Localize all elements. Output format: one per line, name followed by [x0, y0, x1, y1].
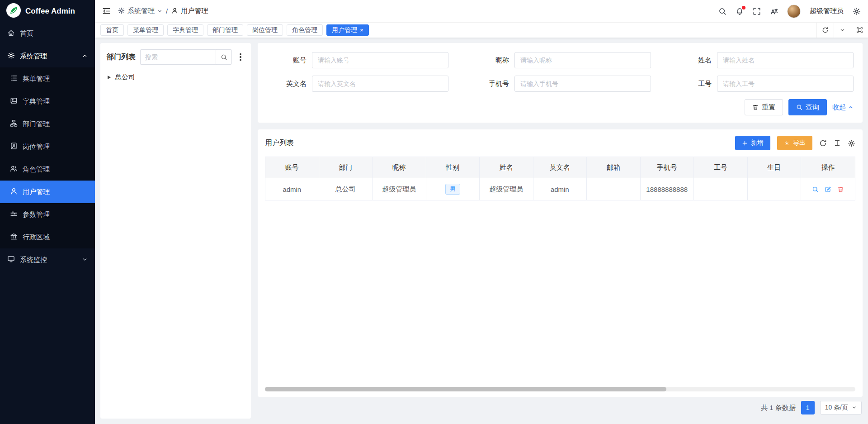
cell-name: 超级管理员 [480, 178, 533, 200]
export-button[interactable]: 导出 [777, 136, 812, 150]
refresh-table-icon[interactable] [819, 139, 827, 147]
tab-label: 角色管理 [292, 26, 317, 34]
search-icon[interactable] [718, 7, 726, 15]
breadcrumb-system-management[interactable]: 系统管理 [118, 7, 162, 15]
user-icon [10, 187, 18, 196]
translate-icon[interactable] [770, 7, 778, 15]
column-header-name: 姓名 [480, 157, 533, 178]
chevron-down-icon [157, 7, 162, 15]
top-bar: 系统管理 / 用户管理 超级管理员 [95, 0, 868, 22]
add-user-button[interactable]: 新增 [735, 136, 770, 150]
tab-item-active[interactable]: 用户管理 × [326, 24, 369, 36]
users-icon [10, 165, 18, 174]
employee-no-field: 工号 [672, 76, 854, 92]
phone-input[interactable] [514, 76, 651, 92]
cell-nickname: 超级管理员 [373, 178, 426, 200]
department-search-input[interactable] [140, 49, 216, 65]
query-button[interactable]: 查询 [788, 99, 827, 115]
notification-dot [742, 6, 745, 10]
org-chart-icon [10, 119, 18, 129]
pagination-bar: 共 1 条数据 1 10 条/页 [258, 397, 863, 419]
page-1-button[interactable]: 1 [801, 401, 815, 414]
sidebar-item-admin-region[interactable]: 行政区域 [0, 226, 95, 248]
avatar[interactable] [787, 5, 801, 18]
tab-item[interactable]: 角色管理 [287, 24, 323, 36]
sidebar-item-label: 系统监控 [20, 256, 47, 264]
department-search-button[interactable] [216, 49, 232, 65]
sidebar-item-department-management[interactable]: 部门管理 [0, 113, 95, 135]
tab-item[interactable]: 部门管理 [207, 24, 243, 36]
cell-actions [801, 178, 855, 200]
right-column: 账号 昵称 姓名 英文名 [258, 43, 863, 419]
sidebar: Coffee Admin 首页 系统管理 菜单管理 字典管理 部门管理 岗位管理 [0, 0, 95, 424]
name-input[interactable] [717, 52, 854, 68]
cell-birthday [747, 178, 801, 200]
column-header-gender: 性别 [426, 157, 480, 178]
settings-gear-icon[interactable] [853, 7, 861, 15]
view-row-button[interactable] [812, 186, 819, 193]
collapse-form-link[interactable]: 收起 [832, 103, 854, 112]
page-size-label: 10 条/页 [825, 404, 848, 412]
collapse-sidebar-icon[interactable] [102, 7, 111, 15]
download-icon [784, 140, 790, 146]
more-options-icon[interactable] [236, 52, 245, 63]
tab-label: 岗位管理 [252, 26, 278, 34]
row-density-icon[interactable] [834, 139, 841, 147]
account-input[interactable] [312, 52, 448, 68]
breadcrumb: 系统管理 / 用户管理 [118, 7, 208, 15]
table-title: 用户列表 [265, 138, 294, 148]
page-size-select[interactable]: 10 条/页 [820, 401, 862, 414]
employee-no-input[interactable] [717, 76, 854, 92]
sidebar-item-label: 角色管理 [23, 165, 50, 174]
field-label: 姓名 [672, 56, 717, 65]
reset-button[interactable]: 重置 [745, 99, 783, 115]
gender-tag: 男 [445, 184, 460, 195]
tab-item[interactable]: 菜单管理 [127, 24, 164, 36]
horizontal-scrollbar-track[interactable] [265, 387, 855, 391]
sidebar-item-label: 行政区域 [23, 233, 50, 242]
tab-item[interactable]: 首页 [100, 24, 124, 36]
gear-icon [7, 52, 15, 61]
chevron-up-icon [82, 52, 88, 60]
sidebar-item-system-monitor[interactable]: 系统监控 [0, 248, 95, 271]
horizontal-scrollbar-thumb[interactable] [265, 387, 666, 391]
tab-label: 首页 [106, 26, 118, 34]
field-label: 账号 [267, 56, 312, 65]
sidebar-item-parameter-management[interactable]: 参数管理 [0, 203, 95, 226]
pagination-total: 共 1 条数据 [761, 404, 796, 412]
system-management-submenu: 菜单管理 字典管理 部门管理 岗位管理 角色管理 用户管理 参数管理 行政区域 [0, 67, 95, 248]
sidebar-item-user-management[interactable]: 用户管理 [0, 181, 95, 203]
tab-item[interactable]: 岗位管理 [247, 24, 283, 36]
user-name[interactable]: 超级管理员 [810, 7, 844, 15]
table-row[interactable]: admin 总公司 超级管理员 男 超级管理员 admin 1888888888… [265, 178, 855, 200]
refresh-tab-icon[interactable] [816, 23, 834, 38]
nickname-input[interactable] [514, 52, 651, 68]
tabbar-controls [816, 23, 868, 38]
fullscreen-icon[interactable] [753, 7, 761, 15]
field-label: 工号 [672, 80, 717, 88]
table-empty-area [265, 200, 855, 384]
delete-row-button[interactable] [837, 186, 844, 193]
sidebar-item-system-management[interactable]: 系统管理 [0, 45, 95, 67]
notification-bell-icon[interactable] [736, 7, 744, 15]
column-header-nickname: 昵称 [373, 157, 426, 178]
sidebar-item-dictionary-management[interactable]: 字典管理 [0, 90, 95, 113]
content-fullscreen-icon[interactable] [851, 23, 868, 38]
english-name-input[interactable] [312, 76, 448, 92]
tab-item[interactable]: 字典管理 [167, 24, 203, 36]
tab-options-chevron-icon[interactable] [834, 23, 851, 38]
tree-caret-icon[interactable] [108, 76, 111, 79]
chevron-down-icon [852, 404, 857, 411]
user-table-card: 用户列表 新增 导出 [258, 129, 863, 397]
tree-node-head-office[interactable]: 总公司 [107, 71, 245, 83]
breadcrumb-separator: / [166, 7, 168, 15]
trash-icon [752, 104, 759, 110]
sidebar-item-post-management[interactable]: 岗位管理 [0, 135, 95, 158]
sidebar-item-home[interactable]: 首页 [0, 22, 95, 45]
sidebar-item-menu-management[interactable]: 菜单管理 [0, 67, 95, 90]
edit-row-button[interactable] [825, 186, 831, 193]
sidebar-item-role-management[interactable]: 角色管理 [0, 158, 95, 181]
column-settings-gear-icon[interactable] [848, 139, 855, 147]
field-label: 英文名 [267, 80, 312, 88]
tab-close-icon[interactable]: × [360, 27, 363, 33]
